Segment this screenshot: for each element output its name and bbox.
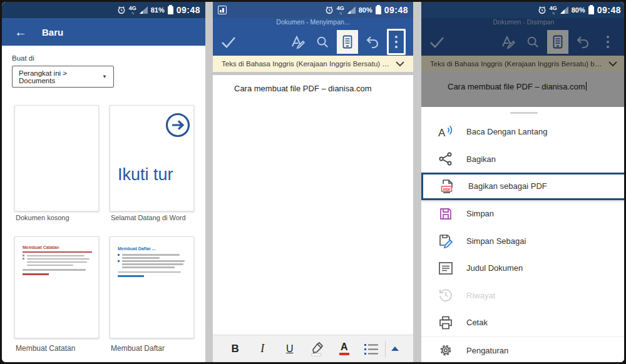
mobile-view-icon[interactable] xyxy=(337,30,358,54)
dimmed-background: Dokumen - Disimpan xyxy=(421,18,626,72)
search-icon[interactable] xyxy=(312,30,333,54)
undo-icon xyxy=(572,30,593,54)
menu-item-share[interactable]: Bagikan xyxy=(421,146,626,173)
chevron-down-icon: ▼ xyxy=(102,74,107,79)
expand-ribbon-button[interactable] xyxy=(386,346,404,351)
panel-document-editor: 4G↑↓ 80% 09:48 Dokumen - Menyimpan... xyxy=(213,2,413,362)
arrow-circle-icon xyxy=(165,112,191,138)
font-color-button[interactable]: A xyxy=(331,335,358,362)
page-title: Baru xyxy=(42,27,63,38)
overflow-menu-sheet: A Baca Dengan Lantang Bagikan PDF Bagika… xyxy=(421,107,626,362)
done-check-icon xyxy=(429,35,445,49)
underline-button[interactable]: U xyxy=(276,335,304,362)
panel-overflow-menu: 4G↑↓ 80% 09:48 Dokumen - Disimpan xyxy=(421,2,626,362)
overflow-menu-icon xyxy=(597,30,618,54)
battery-icon xyxy=(376,6,381,14)
menu-item-history: Riwayat xyxy=(421,282,626,310)
back-arrow-icon[interactable]: ← xyxy=(14,26,27,38)
language-proofing-banner[interactable]: Teks di Bahasa Inggris (Kerajaan Inggris… xyxy=(213,56,413,72)
pdf-file-icon: PDF xyxy=(438,178,457,195)
language-proofing-banner: Teks di Bahasa Inggris (Kerajaan Inggris… xyxy=(421,56,626,72)
location-dropdown[interactable]: Perangkat ini > Documents ▼ xyxy=(12,66,114,88)
document-text: Cara membuat file PDF – dianisa.com xyxy=(448,82,587,91)
print-icon xyxy=(436,315,455,330)
signal-icon xyxy=(560,6,568,14)
language-banner-text: Teks di Bahasa Inggris (Kerajaan Inggris… xyxy=(430,60,603,68)
create-in-label: Buat di xyxy=(12,54,34,62)
bullet-list-button[interactable] xyxy=(358,335,386,362)
chevron-down-icon xyxy=(608,61,617,67)
menu-item-read-aloud[interactable]: A Baca Dengan Lantang xyxy=(421,118,626,146)
save-as-icon xyxy=(436,233,455,249)
battery-percent: 80% xyxy=(572,6,585,14)
overflow-menu-highlight-box[interactable] xyxy=(387,29,406,55)
signal-icon xyxy=(140,6,148,14)
document-page[interactable]: Cara membuat file PDF – dianisa.com xyxy=(213,72,413,335)
template-welcome-tour[interactable]: Ikuti tur xyxy=(110,105,194,211)
screenshot-frame: 4G↑↓ 81% 09:48 ← Baru Buat di Perangkat … xyxy=(0,0,626,364)
status-bar: 4G↑↓ 81% 09:48 xyxy=(2,2,205,18)
editor-toolbar xyxy=(213,28,413,56)
alarm-icon xyxy=(538,6,546,14)
network-4g-icon: 4G↑↓ xyxy=(129,6,136,15)
template-label: Selamat Datang di Word xyxy=(111,214,186,221)
format-text-icon[interactable] xyxy=(287,30,308,54)
editor-toolbar xyxy=(421,28,626,56)
menu-item-share-as-pdf[interactable]: PDF Bagikan sebagai PDF xyxy=(421,173,626,200)
tour-preview-text: Ikuti tur xyxy=(118,165,174,185)
battery-icon xyxy=(588,6,594,14)
history-icon xyxy=(436,288,455,303)
network-4g-icon: 4G↑↓ xyxy=(550,6,557,15)
status-bar: 4G↑↓ 80% 09:48 xyxy=(421,2,626,18)
battery-percent: 80% xyxy=(359,6,372,14)
battery-icon xyxy=(168,6,173,14)
mobile-view-icon xyxy=(547,30,568,54)
preview-title: Membuat Daftar ... xyxy=(118,246,187,251)
italic-button[interactable]: I xyxy=(249,335,277,362)
preview-title: Membuat Catatan xyxy=(23,245,92,250)
app-header: ← Baru xyxy=(2,18,205,46)
document-title-icon xyxy=(436,261,455,275)
gear-icon xyxy=(436,343,455,358)
preview-link-bar xyxy=(23,273,49,275)
svg-text:PDF: PDF xyxy=(443,187,451,191)
svg-text:A: A xyxy=(438,127,446,139)
alarm-icon xyxy=(325,6,334,14)
location-dropdown-value: Perangkat ini > Documents xyxy=(19,69,102,84)
chevron-down-icon[interactable] xyxy=(396,61,404,67)
menu-item-settings[interactable]: Pengaturan xyxy=(421,336,626,362)
template-label: Membuat Catatan xyxy=(16,344,75,353)
preview-link-bar xyxy=(118,275,144,277)
template-blank-document[interactable] xyxy=(14,105,99,211)
document-save-status: Dokumen - Disimpan xyxy=(421,18,626,28)
document-save-status: Dokumen - Menyimpan... xyxy=(213,18,413,28)
network-4g-icon: 4G↑↓ xyxy=(337,6,344,15)
preview-rule xyxy=(23,251,92,253)
clock-text: 09:48 xyxy=(384,5,408,15)
overflow-menu-icon[interactable] xyxy=(395,36,398,48)
text-cursor xyxy=(586,82,587,91)
menu-item-save-as[interactable]: Simpan Sebagai xyxy=(421,227,626,255)
signal-icon xyxy=(347,6,356,14)
sheet-drag-handle[interactable] xyxy=(510,112,538,114)
menu-item-document-title[interactable]: Judul Dokumen xyxy=(421,255,626,282)
template-make-notes[interactable]: Membuat Catatan xyxy=(14,236,99,338)
done-check-icon[interactable] xyxy=(220,35,237,49)
clock-text: 09:48 xyxy=(597,5,621,15)
language-banner-text: Teks di Bahasa Inggris (Kerajaan Inggris… xyxy=(222,60,391,68)
screenshot-notification-icon xyxy=(218,6,227,14)
alarm-icon xyxy=(117,6,126,14)
dimmed-document-page: Cara membuat file PDF – dianisa.com xyxy=(421,72,626,107)
menu-item-print[interactable]: Cetak xyxy=(421,309,626,336)
highlighter-button[interactable] xyxy=(304,335,331,362)
battery-percent: 81% xyxy=(151,6,165,14)
undo-icon[interactable] xyxy=(362,30,383,54)
document-text[interactable]: Cara membuat file PDF – dianisa.com xyxy=(234,84,372,93)
bold-button[interactable]: B xyxy=(222,335,249,362)
share-icon xyxy=(436,151,455,166)
template-label: Dokumen kosong xyxy=(16,214,69,221)
save-icon xyxy=(436,206,455,221)
template-make-list[interactable]: Membuat Daftar ... xyxy=(110,236,194,338)
search-icon xyxy=(522,30,543,54)
menu-item-save[interactable]: Simpan xyxy=(421,200,626,228)
